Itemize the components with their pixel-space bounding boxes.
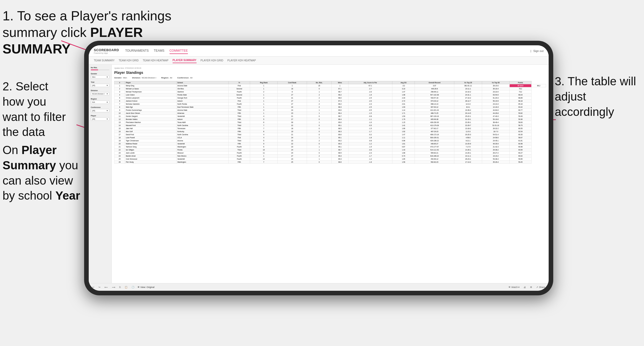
filter-conference: Conference (All) ▼ bbox=[91, 106, 109, 112]
no-rds-slider[interactable] bbox=[91, 70, 109, 70]
region-dropdown[interactable]: N/A ▼ bbox=[91, 101, 109, 104]
logo-sub: Powered by clippi bbox=[94, 52, 119, 54]
year-label: Year bbox=[91, 81, 109, 83]
year-dropdown[interactable]: (All) ▼ bbox=[91, 84, 109, 87]
subnav-player-h2h-heatmap[interactable]: PLAYER H2H HEATMAP bbox=[227, 58, 256, 63]
tablet-screen: SCOREBOARD Powered by clippi TOURNAMENTS… bbox=[89, 45, 549, 291]
subnav-team-h2h-grid[interactable]: TEAM H2H GRID bbox=[119, 58, 139, 63]
step-bottom-annotation: On Player Summary you can also view by s… bbox=[3, 143, 82, 203]
sub-nav: TEAM SUMMARY TEAM H2H GRID TEAM H2H HEAT… bbox=[89, 57, 549, 65]
nav-link-teams[interactable]: TEAMS bbox=[154, 48, 164, 54]
section-title: Player Standings bbox=[114, 71, 546, 75]
table-row[interactable]: 15Jake HallTennesseeFifth718068.5-1.51.6… bbox=[114, 127, 546, 130]
table-row[interactable]: 24Bastien AmatNew MexicoFourth127269.4-1… bbox=[114, 155, 546, 158]
table-row[interactable]: 11Gordon SargentVanderbiltThird421068.7-… bbox=[114, 115, 546, 118]
nav-right: | Sign out bbox=[531, 49, 544, 52]
player-label: Player bbox=[91, 115, 109, 117]
table-row[interactable]: 3Michael ThorbjornsenStanfordFourth28168… bbox=[114, 90, 546, 93]
step3-annotation: 3. The table will adjust accordingly bbox=[555, 74, 641, 119]
gender-dropdown[interactable]: Men ▼ bbox=[91, 75, 109, 79]
table-row[interactable]: 13Phechakon MaichonTexas A&MThird630169.… bbox=[114, 121, 546, 124]
copy-button[interactable]: ⎘ bbox=[118, 285, 122, 289]
redo-button[interactable]: ↪ bbox=[97, 285, 101, 289]
nav-link-tournaments[interactable]: TOURNAMENTS bbox=[125, 48, 149, 54]
logo-area: SCOREBOARD Powered by clippi bbox=[94, 48, 119, 54]
table-row[interactable]: 18Luke PowellUCLAFirst424169.1-1.81.1150… bbox=[114, 136, 546, 139]
table-row[interactable]: 9Preston SummerhaysArizona StateThird324… bbox=[114, 109, 546, 112]
share-button[interactable]: ↗ Share bbox=[535, 285, 546, 289]
nav-bar: SCOREBOARD Powered by clippi TOURNAMENTS… bbox=[89, 45, 549, 57]
active-filters-row: Gender: Men Division: NCAA Division I Re… bbox=[114, 77, 546, 79]
filter-division: Division NCAA Division I ▼ bbox=[91, 90, 109, 95]
paste-button[interactable]: 📋 bbox=[124, 285, 128, 289]
standings-table: # Player School Yr Reg Rank Conf Rank No… bbox=[114, 81, 546, 164]
filter-region: Region N/A ▼ bbox=[91, 98, 109, 104]
division-label: Division bbox=[91, 90, 109, 91]
table-row[interactable]: 4Luke ClatonFlorida StateSecond127268.2-… bbox=[114, 93, 546, 96]
table-header-row: # Player School Yr Reg Rank Conf Rank No… bbox=[114, 81, 546, 84]
clock-button[interactable]: 🕐 bbox=[131, 285, 135, 289]
table-row[interactable]: 2Michael La SassoOle MissSecond118067.1-… bbox=[114, 87, 546, 90]
player-dropdown[interactable]: (All) ▼ bbox=[91, 117, 109, 121]
sign-out-link[interactable]: Sign out bbox=[533, 49, 544, 52]
table-row[interactable]: 12Brendan ValdesAuburnFifth527068.4-1.11… bbox=[114, 118, 546, 121]
watch-button[interactable]: 👁 Watch ▾ bbox=[507, 285, 521, 289]
table-row[interactable]: 17David FordNorth CarolinaThird421069.0-… bbox=[114, 133, 546, 136]
logo-text: SCOREBOARD bbox=[94, 48, 119, 52]
division-dropdown[interactable]: NCAA Division I ▼ bbox=[91, 92, 109, 95]
print-button[interactable]: 🖨 bbox=[523, 285, 527, 289]
table-row[interactable]: 10Jacob Skov OlesenArkansasFifth123168.4… bbox=[114, 112, 546, 115]
table-row[interactable]: 23Jack LundinMissouriFourth1124068.5-2.3… bbox=[114, 151, 546, 155]
table-row[interactable]: 19Tiger ChristensenArizonaThird523269.2-… bbox=[114, 139, 546, 142]
table-row[interactable]: 6Jackson KoivunAuburnFirst127167.3-2.02.… bbox=[114, 100, 546, 103]
table-row[interactable]: 22Ian GilliganFloridaThird1024168.7-0.81… bbox=[114, 148, 546, 151]
back-button[interactable]: ⟵ bbox=[104, 285, 109, 289]
filter-year: Year (All) ▼ bbox=[91, 81, 109, 87]
table-body: 1Wenyi DingArizona StateFirst1115167.1-3… bbox=[114, 84, 546, 164]
subnav-player-summary[interactable]: PLAYER SUMMARY bbox=[173, 58, 197, 63]
table-row[interactable]: 8Mats EgeEast Tennessee StateFifth124268… bbox=[114, 106, 546, 109]
table-row[interactable]: 1Wenyi DingArizona StateFirst1115167.1-3… bbox=[114, 84, 546, 87]
undo-button[interactable]: ↩ bbox=[91, 285, 95, 289]
conference-label: Conference bbox=[91, 106, 109, 108]
table-row[interactable]: 14Maxwell FordNorth CarolinaThird722069.… bbox=[114, 124, 546, 127]
settings-button[interactable]: ⚙ bbox=[529, 285, 533, 289]
no-rds-label: No Rds. bbox=[91, 67, 109, 68]
nav-link-committee[interactable]: COMMITTEE bbox=[170, 48, 188, 54]
subnav-team-summary[interactable]: TEAM SUMMARY bbox=[94, 58, 115, 63]
table-row[interactable]: 7Nicholas GabrielckNorth FloridaFourth12… bbox=[114, 103, 546, 106]
content-area: Update time: 27/03/2024 16:56:26 Player … bbox=[112, 65, 549, 283]
step2-annotation: 2. Select how you want to filter the dat… bbox=[3, 79, 71, 140]
table-row[interactable]: 16Alex GoffKentuckyFifth819068.3-1.71.92… bbox=[114, 130, 546, 133]
nav-links: TOURNAMENTS TEAMS COMMITTEE bbox=[125, 48, 531, 54]
main-content: No Rds. Gender Men ▼ Year (All) bbox=[89, 65, 549, 283]
table-row[interactable]: 21Taehoon SongWashingtonFourth623169.1-1… bbox=[114, 145, 546, 148]
filter-gender: Gender Men ▼ bbox=[91, 73, 109, 79]
table-head: # Player School Yr Reg Rank Conf Rank No… bbox=[114, 81, 546, 84]
region-label: Region bbox=[91, 98, 109, 100]
table-row[interactable]: 25Cole SherwoodVanderbiltFourth1223169.3… bbox=[114, 158, 546, 161]
filter-no-rds: No Rds. bbox=[91, 67, 109, 70]
view-label: 👁 View: Original bbox=[137, 286, 154, 288]
table-row[interactable]: 26Petr HrubyWashingtonFifth725068.6-1.81… bbox=[114, 161, 546, 164]
sidebar-filters: No Rds. Gender Men ▼ Year (All) bbox=[89, 65, 112, 283]
subnav-player-h2h-grid[interactable]: PLAYER H2H GRID bbox=[201, 58, 223, 63]
subnav-team-h2h-heatmap[interactable]: TEAM H2H HEATMAP bbox=[143, 58, 169, 63]
gender-label: Gender bbox=[91, 73, 109, 75]
tablet-device: SCOREBOARD Powered by clippi TOURNAMENTS… bbox=[84, 41, 553, 295]
table-row[interactable]: 20Matthew RiedelVanderbiltFifth922069.3-… bbox=[114, 142, 546, 145]
bottom-toolbar: ↩ ↪ ⟵ ⟶ ⎘ 📋 🕐 👁 View: Original 👁 Watch ▾… bbox=[89, 283, 549, 291]
update-time: Update time: 27/03/2024 16:56:26 bbox=[114, 67, 546, 69]
filter-player: Player (All) ▼ bbox=[91, 115, 109, 121]
conference-dropdown[interactable]: (All) ▼ bbox=[91, 109, 109, 112]
table-row[interactable]: 5Christo LamprechtGeorgia TechFourth2212… bbox=[114, 96, 546, 100]
forward-button[interactable]: ⟶ bbox=[111, 285, 116, 289]
